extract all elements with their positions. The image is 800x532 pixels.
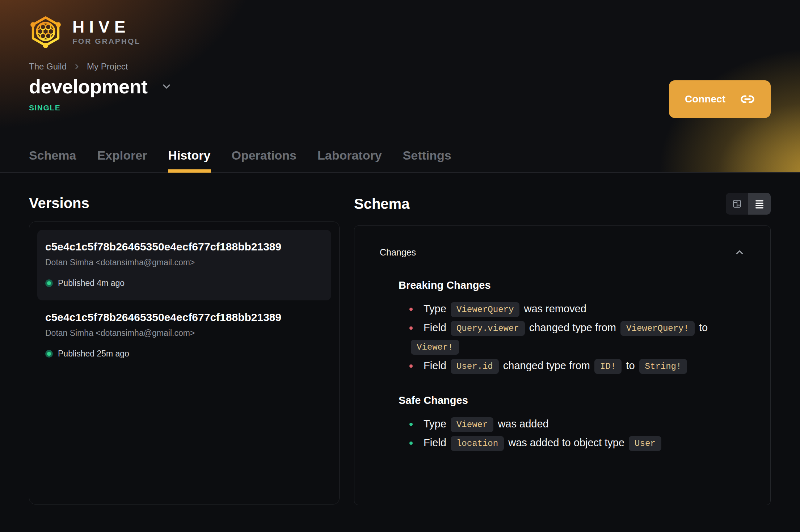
change-group-title: Breaking Changes: [399, 279, 745, 291]
change-text: changed type from: [500, 360, 593, 371]
version-author: Dotan Simha <dotansimha@gmail.com>: [45, 328, 323, 338]
page-header: HIVE FOR GRAPHQL The Guild My Project de…: [0, 0, 800, 173]
change-list: Type ViewerQuery was removedField Query.…: [399, 299, 735, 375]
version-card[interactable]: c5e4c1c5f78b26465350e4ecf677cf188bb21389…: [37, 230, 331, 300]
code-chip: ID!: [594, 359, 622, 374]
code-chip: Viewer: [451, 417, 493, 432]
change-item: Type Viewer was added: [409, 414, 735, 433]
code-chip: Query.viewer: [451, 321, 525, 336]
change-text: was added: [495, 418, 548, 430]
list-view-button[interactable]: [748, 193, 771, 215]
change-text: Type: [424, 418, 449, 430]
changes-header[interactable]: Changes: [380, 247, 745, 258]
schema-section: Schema: [354, 173, 771, 505]
changes-body: Breaking Changes Type ViewerQuery was re…: [380, 279, 745, 452]
change-group-title: Safe Changes: [399, 394, 745, 406]
change-text: to: [696, 322, 708, 333]
version-hash: c5e4c1c5f78b26465350e4ecf677cf188bb21389: [45, 311, 323, 324]
schema-title: Schema: [354, 196, 409, 212]
page-title: development: [29, 75, 148, 98]
logo-title: HIVE: [72, 18, 140, 35]
breadcrumb-org[interactable]: The Guild: [29, 62, 67, 72]
version-card[interactable]: c5e4c1c5f78b26465350e4ecf677cf188bb21389…: [37, 300, 331, 371]
columns-view-button[interactable]: [726, 193, 748, 215]
breadcrumb-project[interactable]: My Project: [87, 62, 128, 72]
code-chip: User: [629, 436, 661, 451]
version-author: Dotan Simha <dotansimha@gmail.com>: [45, 258, 323, 267]
tab-history[interactable]: History: [168, 148, 210, 172]
published-dot-icon: [45, 350, 53, 358]
code-chip: String!: [639, 359, 687, 374]
changes-panel: Changes Breaking Changes Type ViewerQuer…: [354, 225, 771, 505]
change-item: Field location was added to object type …: [409, 433, 735, 452]
version-status-label: Published 25m ago: [58, 349, 129, 359]
tab-laboratory[interactable]: Laboratory: [317, 148, 382, 172]
change-text: Field: [424, 437, 449, 448]
main-content: Versions c5e4c1c5f78b26465350e4ecf677cf1…: [0, 173, 800, 505]
connect-button[interactable]: Connect: [669, 80, 771, 118]
change-text: Type: [424, 303, 449, 314]
change-group: Safe Changes Type Viewer was addedField …: [380, 394, 745, 452]
tab-settings[interactable]: Settings: [403, 148, 451, 172]
version-hash: c5e4c1c5f78b26465350e4ecf677cf188bb21389: [45, 241, 323, 253]
version-status-label: Published 4m ago: [58, 278, 125, 288]
code-chip: Viewer!: [411, 340, 459, 355]
tab-bar: SchemaExplorerHistoryOperationsLaborator…: [29, 148, 451, 172]
versions-title: Versions: [29, 195, 340, 211]
change-text: Field: [424, 360, 449, 371]
tab-operations[interactable]: Operations: [232, 148, 296, 172]
chevron-right-icon: [73, 63, 80, 70]
hive-logo-icon: [29, 14, 62, 48]
change-group: Breaking Changes Type ViewerQuery was re…: [380, 279, 745, 375]
change-item: Type ViewerQuery was removed: [409, 299, 735, 318]
change-text: to: [623, 360, 637, 371]
logo-text: HIVE FOR GRAPHQL: [72, 18, 140, 45]
target-title-row: development: [29, 75, 771, 98]
change-text: was removed: [521, 303, 586, 314]
version-status: Published 25m ago: [45, 349, 323, 359]
published-dot-icon: [45, 279, 53, 287]
code-chip: location: [451, 436, 504, 451]
status-badge: SINGLE: [29, 104, 771, 112]
change-list: Type Viewer was addedField location was …: [399, 414, 735, 452]
logo[interactable]: HIVE FOR GRAPHQL: [29, 0, 771, 48]
chevron-down-icon[interactable]: [161, 81, 172, 92]
versions-panel: c5e4c1c5f78b26465350e4ecf677cf188bb21389…: [29, 221, 340, 504]
link-icon: [740, 92, 755, 106]
change-text: Field: [424, 322, 449, 333]
breadcrumb: The Guild My Project: [29, 62, 771, 72]
changes-title: Changes: [380, 247, 416, 258]
change-item: Field Query.viewer changed type from Vie…: [409, 318, 735, 356]
versions-section: Versions c5e4c1c5f78b26465350e4ecf677cf1…: [29, 173, 340, 505]
version-status: Published 4m ago: [45, 278, 323, 288]
connect-label: Connect: [685, 93, 725, 105]
view-toggle: [726, 193, 771, 215]
tab-explorer[interactable]: Explorer: [97, 148, 147, 172]
chevron-up-icon: [734, 247, 745, 258]
code-chip: User.id: [451, 359, 499, 374]
tab-schema[interactable]: Schema: [29, 148, 76, 172]
change-text: changed type from: [526, 322, 619, 333]
change-text: was added to object type: [505, 437, 627, 448]
list-icon: [754, 199, 765, 209]
code-chip: ViewerQuery: [451, 302, 519, 317]
logo-subtitle: FOR GRAPHQL: [72, 37, 140, 45]
columns-icon: [732, 199, 742, 209]
change-item: Field User.id changed type from ID! to S…: [409, 356, 735, 375]
code-chip: ViewerQuery!: [620, 321, 695, 336]
